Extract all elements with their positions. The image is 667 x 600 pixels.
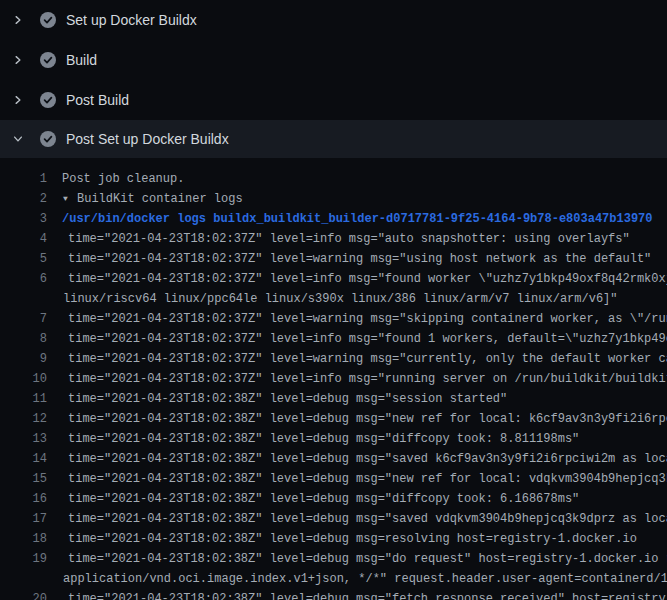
log-line: 15 time="2021-04-23T18:02:38Z" level=deb… xyxy=(0,469,667,489)
log-lines: 1 Post job cleanup. 2 ▼ BuildKit contain… xyxy=(0,158,667,600)
line-number[interactable]: 17 xyxy=(0,509,47,529)
line-number[interactable]: 3 xyxy=(0,209,47,229)
log-text: time="2021-04-23T18:02:38Z" level=debug … xyxy=(68,409,667,429)
line-number[interactable]: 20 xyxy=(0,589,47,600)
line-number[interactable]: 19 xyxy=(0,549,47,569)
check-circle-icon xyxy=(40,12,56,28)
log-text: time="2021-04-23T18:02:37Z" level=info m… xyxy=(68,329,667,349)
step-label: Post Build xyxy=(66,90,129,110)
log-line: linux/riscv64 linux/ppc64le linux/s390x … xyxy=(0,289,667,309)
step-row-build[interactable]: Build xyxy=(0,40,667,80)
line-number[interactable]: 10 xyxy=(0,369,47,389)
log-text: time="2021-04-23T18:02:38Z" level=debug … xyxy=(68,469,667,489)
chevron-right-icon[interactable] xyxy=(12,94,24,106)
log-line: 10 time="2021-04-23T18:02:37Z" level=inf… xyxy=(0,369,667,389)
log-text: Post job cleanup. xyxy=(62,169,184,189)
chevron-down-icon[interactable] xyxy=(12,133,24,145)
log-line: 8 time="2021-04-23T18:02:37Z" level=info… xyxy=(0,329,667,349)
log-text: linux/riscv64 linux/ppc64le linux/s390x … xyxy=(63,289,618,309)
step-row-post-build[interactable]: Post Build xyxy=(0,80,667,120)
step-row-post-set-up-docker-buildx[interactable]: Post Set up Docker Buildx xyxy=(0,120,667,158)
log-line: 4 time="2021-04-23T18:02:37Z" level=info… xyxy=(0,229,667,249)
collapse-triangle-icon[interactable]: ▼ xyxy=(62,189,77,209)
log-text: time="2021-04-23T18:02:38Z" level=debug … xyxy=(68,589,667,600)
line-number[interactable]: 14 xyxy=(0,449,47,469)
line-number[interactable]: 8 xyxy=(0,329,47,349)
log-text[interactable]: BuildKit container logs xyxy=(77,189,243,209)
check-circle-icon xyxy=(40,131,56,147)
log-text: time="2021-04-23T18:02:38Z" level=debug … xyxy=(68,489,579,509)
line-number[interactable]: 15 xyxy=(0,469,47,489)
log-line: 6 time="2021-04-23T18:02:37Z" level=info… xyxy=(0,269,667,289)
log-line: 5 time="2021-04-23T18:02:37Z" level=warn… xyxy=(0,249,667,269)
line-number[interactable]: 13 xyxy=(0,429,47,449)
line-number[interactable]: 1 xyxy=(0,169,47,189)
log-line: 3 /usr/bin/docker logs buildx_buildkit_b… xyxy=(0,209,667,229)
log-line: application/vnd.oci.image.index.v1+json,… xyxy=(0,569,667,589)
log-text: time="2021-04-23T18:02:37Z" level=warnin… xyxy=(68,349,667,369)
line-number[interactable]: 12 xyxy=(0,409,47,429)
log-text: time="2021-04-23T18:02:37Z" level=info m… xyxy=(68,229,630,249)
step-row-set-up-docker-buildx[interactable]: Set up Docker Buildx xyxy=(0,0,667,40)
line-number[interactable]: 5 xyxy=(0,249,47,269)
log-line: 19 time="2021-04-23T18:02:38Z" level=deb… xyxy=(0,549,667,569)
step-label: Build xyxy=(66,50,97,70)
log-text: time="2021-04-23T18:02:37Z" level=warnin… xyxy=(68,309,667,329)
line-number[interactable]: 7 xyxy=(0,309,47,329)
log-text: time="2021-04-23T18:02:38Z" level=debug … xyxy=(68,449,667,469)
line-number[interactable]: 18 xyxy=(0,529,47,549)
check-circle-icon xyxy=(40,92,56,108)
log-line: 18 time="2021-04-23T18:02:38Z" level=deb… xyxy=(0,529,667,549)
log-line: 14 time="2021-04-23T18:02:38Z" level=deb… xyxy=(0,449,667,469)
step-label: Post Set up Docker Buildx xyxy=(66,129,229,149)
chevron-right-icon[interactable] xyxy=(12,14,24,26)
log-line: 17 time="2021-04-23T18:02:38Z" level=deb… xyxy=(0,509,667,529)
log-line: 9 time="2021-04-23T18:02:37Z" level=warn… xyxy=(0,349,667,369)
log-line: 7 time="2021-04-23T18:02:37Z" level=warn… xyxy=(0,309,667,329)
log-text: time="2021-04-23T18:02:38Z" level=debug … xyxy=(68,389,507,409)
line-number xyxy=(0,289,47,309)
log-text: time="2021-04-23T18:02:37Z" level=info m… xyxy=(68,369,667,389)
log-text: time="2021-04-23T18:02:37Z" level=info m… xyxy=(68,269,667,289)
log-text: time="2021-04-23T18:02:38Z" level=debug … xyxy=(68,529,637,549)
line-number[interactable]: 4 xyxy=(0,229,47,249)
log-line: 2 ▼ BuildKit container logs xyxy=(0,189,667,209)
log-text: time="2021-04-23T18:02:38Z" level=debug … xyxy=(68,429,579,449)
log-text: application/vnd.oci.image.index.v1+json,… xyxy=(63,569,667,589)
line-number[interactable]: 2 xyxy=(0,189,47,209)
log-line: 20 time="2021-04-23T18:02:38Z" level=deb… xyxy=(0,589,667,600)
log-line: 12 time="2021-04-23T18:02:38Z" level=deb… xyxy=(0,409,667,429)
chevron-right-icon[interactable] xyxy=(12,54,24,66)
log-line: 1 Post job cleanup. xyxy=(0,169,667,189)
log-text: time="2021-04-23T18:02:38Z" level=debug … xyxy=(68,549,667,569)
log-text: time="2021-04-23T18:02:38Z" level=debug … xyxy=(68,509,667,529)
step-label: Set up Docker Buildx xyxy=(66,10,197,30)
log-line: 16 time="2021-04-23T18:02:38Z" level=deb… xyxy=(0,489,667,509)
line-number xyxy=(0,569,47,589)
line-number[interactable]: 6 xyxy=(0,269,47,289)
log-line: 13 time="2021-04-23T18:02:38Z" level=deb… xyxy=(0,429,667,449)
line-number[interactable]: 16 xyxy=(0,489,47,509)
line-number[interactable]: 11 xyxy=(0,389,47,409)
log-text: time="2021-04-23T18:02:37Z" level=warnin… xyxy=(68,249,651,269)
check-circle-icon xyxy=(40,52,56,68)
log-text: /usr/bin/docker logs buildx_buildkit_bui… xyxy=(62,209,653,229)
line-number[interactable]: 9 xyxy=(0,349,47,369)
steps-list: Set up Docker Buildx Build P xyxy=(0,0,667,158)
log-line: 11 time="2021-04-23T18:02:38Z" level=deb… xyxy=(0,389,667,409)
